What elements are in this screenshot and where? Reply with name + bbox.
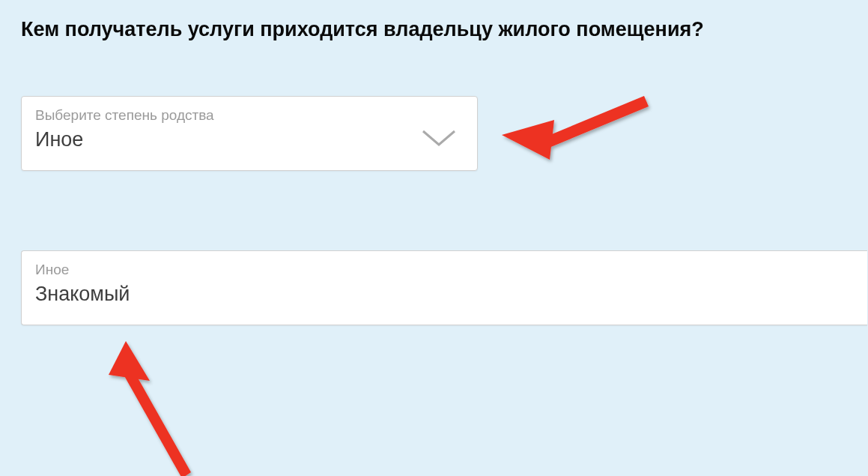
question-heading: Кем получатель услуги приходится владель… bbox=[21, 18, 704, 41]
relationship-select[interactable]: Выберите степень родства Иное bbox=[21, 96, 478, 171]
select-label: Выберите степень родства bbox=[35, 107, 214, 124]
chevron-down-icon bbox=[420, 128, 458, 152]
select-text-group: Выберите степень родства Иное bbox=[35, 107, 214, 151]
input-value: Знакомый bbox=[35, 283, 854, 306]
other-text-input[interactable]: Иное Знакомый bbox=[21, 250, 867, 325]
input-label: Иное bbox=[35, 262, 854, 278]
annotation-arrow-bottom bbox=[105, 337, 210, 476]
select-value: Иное bbox=[35, 128, 214, 151]
annotation-arrow-top bbox=[494, 81, 659, 181]
